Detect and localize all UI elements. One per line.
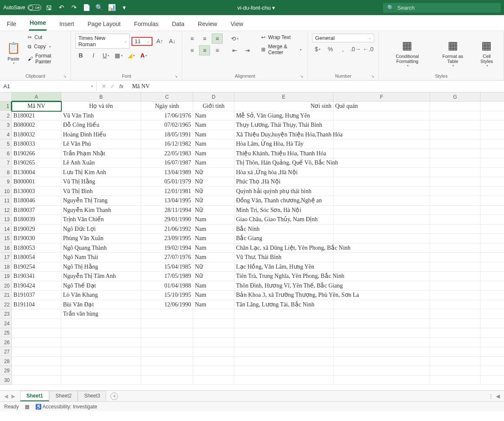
cell[interactable]: [333, 366, 430, 376]
cell[interactable]: Nữ: [193, 196, 234, 206]
cell[interactable]: Thị Thôn, Hán Quảng, Quế Võ, Bắc Ninh: [234, 158, 333, 168]
cell[interactable]: [430, 187, 480, 196]
cell[interactable]: [430, 338, 480, 348]
wrap-text-button[interactable]: ↩Wrap Text: [260, 34, 303, 41]
decrease-font-icon[interactable]: A↓: [167, 36, 178, 46]
cell[interactable]: [480, 300, 504, 310]
cell[interactable]: Nguyễn Kim Thanh: [61, 206, 141, 215]
row-header-21[interactable]: 21: [0, 290, 12, 300]
cell[interactable]: Nam: [193, 234, 234, 243]
cell[interactable]: Nguyễn Thị Tâm Anh: [61, 272, 141, 281]
cell[interactable]: 13/04/1989: [141, 168, 193, 178]
cell[interactable]: [430, 196, 480, 206]
cell-C1[interactable]: Ngày sinh: [141, 102, 193, 111]
cell[interactable]: [333, 234, 430, 243]
cell[interactable]: [430, 253, 480, 262]
paste-button[interactable]: 📋 Paste ▾: [4, 34, 23, 73]
cell[interactable]: B190424: [12, 281, 61, 291]
sheet-tab-sheet1[interactable]: Sheet1: [20, 391, 49, 401]
cell[interactable]: B191104: [12, 300, 61, 310]
cell[interactable]: 13/04/1995: [141, 196, 193, 206]
cell[interactable]: [430, 111, 480, 121]
cell[interactable]: [430, 225, 480, 234]
cell[interactable]: Mễ Sở, Văn Giang, Hưng Yên: [234, 111, 333, 121]
cell[interactable]: [234, 376, 333, 385]
cell[interactable]: B180037: [12, 206, 61, 215]
cell[interactable]: [333, 253, 430, 262]
align-middle-icon[interactable]: ≡: [199, 34, 210, 44]
cell-D1[interactable]: Giới tính: [193, 102, 234, 111]
cell[interactable]: [12, 357, 61, 366]
cell[interactable]: [333, 139, 430, 149]
filename[interactable]: vi-du-font-chu ▾: [129, 5, 383, 11]
cell[interactable]: Trịnh Văn Chiến: [61, 215, 141, 225]
cell[interactable]: 21/06/1992: [141, 225, 193, 234]
borders-button[interactable]: ▦▾: [113, 50, 124, 60]
cell[interactable]: [480, 328, 504, 338]
number-format-combo[interactable]: General⌄: [312, 34, 374, 42]
cell[interactable]: 15/04/1985: [141, 262, 193, 272]
cell[interactable]: B190265: [12, 158, 61, 168]
cell[interactable]: Giao Châu, Giao Thủy, Nam Định: [234, 215, 333, 225]
cell[interactable]: [333, 215, 430, 225]
cell[interactable]: [61, 338, 141, 348]
row-header-5[interactable]: 5: [0, 139, 12, 149]
row-header-15[interactable]: 15: [0, 234, 12, 243]
tab-options-icon[interactable]: ⋮: [488, 393, 494, 399]
cell[interactable]: [12, 309, 61, 319]
cell[interactable]: Bắc Ninh: [234, 225, 333, 234]
col-header-B[interactable]: B: [61, 92, 141, 102]
tab-page-layout[interactable]: Page Layout: [87, 17, 121, 31]
cell[interactable]: [61, 376, 141, 385]
cell[interactable]: B000001: [12, 177, 61, 187]
cell[interactable]: Nam: [193, 158, 234, 168]
cell[interactable]: B190266: [12, 149, 61, 159]
cell[interactable]: [480, 158, 504, 168]
cell[interactable]: [480, 272, 504, 281]
cell[interactable]: [480, 149, 504, 159]
cell[interactable]: B190030: [12, 234, 61, 243]
row-header-14[interactable]: 14: [0, 225, 12, 234]
cell[interactable]: Nữ: [193, 262, 234, 272]
cell[interactable]: 16/12/1982: [141, 139, 193, 149]
bold-button[interactable]: B: [75, 50, 86, 60]
cell[interactable]: Nữ: [193, 177, 234, 187]
row-header-7[interactable]: 7: [0, 158, 12, 167]
format-as-table-button[interactable]: ▦Format as Table▾: [435, 34, 470, 73]
cell[interactable]: [61, 347, 141, 357]
cell[interactable]: Nam: [193, 130, 234, 140]
cell[interactable]: [333, 130, 430, 140]
cell[interactable]: Tiên Trà, Trung Nghĩa, Yên Phong, Bắc Ni…: [234, 272, 333, 281]
cell[interactable]: [193, 357, 234, 366]
qat-icon[interactable]: 📊: [107, 3, 117, 13]
col-header-A[interactable]: A: [12, 92, 61, 102]
cell[interactable]: Vũ Thị Bình: [61, 187, 141, 196]
cell[interactable]: [333, 158, 430, 168]
cell[interactable]: Vũ Thư, Thái Bình: [234, 253, 333, 262]
enter-icon[interactable]: ✓: [110, 83, 115, 89]
cell[interactable]: [480, 215, 504, 225]
autosave-toggle[interactable]: Off: [28, 5, 41, 10]
cell-F1[interactable]: Quê quán: [333, 102, 430, 111]
row-header-12[interactable]: 12: [0, 206, 12, 215]
formula-input[interactable]: Mã NV: [129, 82, 504, 91]
cell[interactable]: B180021: [12, 111, 61, 121]
cell[interactable]: Xã Thiệu Duy,huyện Thiệu Hóa,Thanh Hóa: [234, 130, 333, 140]
sheet-prev-icon[interactable]: ◀: [4, 393, 8, 399]
row-header-10[interactable]: 10: [0, 187, 12, 196]
row-header-25[interactable]: 25: [0, 328, 12, 337]
row-header-29[interactable]: 29: [0, 366, 12, 375]
cell[interactable]: Đồng Văn, Thanh chương,Nghệ an: [234, 196, 333, 206]
cell[interactable]: [430, 168, 480, 178]
cell[interactable]: [193, 366, 234, 376]
cell[interactable]: Bắc Giang: [234, 234, 333, 243]
cell[interactable]: 01/04/1988: [141, 281, 193, 291]
cell[interactable]: 23/09/1995: [141, 234, 193, 243]
cell[interactable]: [480, 376, 504, 385]
cell-B1[interactable]: Họ và tên: [61, 102, 141, 111]
cell[interactable]: [12, 347, 61, 357]
cell[interactable]: [430, 158, 480, 168]
cell[interactable]: [480, 234, 504, 243]
cell[interactable]: [333, 206, 430, 215]
cancel-icon[interactable]: ✕: [102, 83, 106, 89]
